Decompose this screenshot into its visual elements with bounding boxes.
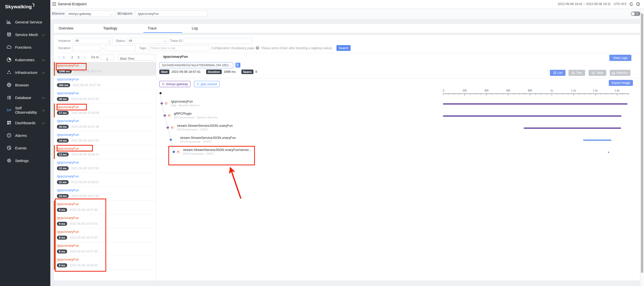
sidebar-item-alarms[interactable]: Alarms	[0, 129, 50, 142]
span-name[interactable]: stream.StreamServiceJSON.unaryFun	[177, 124, 233, 128]
trace-duration-badge: 8 ms	[57, 263, 67, 267]
view-mode-table-button[interactable]: Table	[589, 70, 606, 76]
chart-icon	[7, 19, 12, 24]
scrollbar-thumb[interactable]	[641, 13, 643, 273]
goto-page-input[interactable]: 1	[100, 55, 114, 60]
search-button[interactable]: Search	[336, 45, 351, 51]
span-service-dot[interactable]	[167, 126, 169, 129]
trace-list-item[interactable]: /grpc/unaryFun9 ms2022-05-08 18:57:46	[54, 201, 156, 214]
instance-select[interactable]: All	[73, 38, 113, 44]
sidebar-item-browser[interactable]: Browser	[0, 79, 50, 91]
refresh-icon[interactable]	[629, 2, 633, 6]
view-logs-button[interactable]: View Logs	[609, 55, 631, 61]
trace-list-item[interactable]: /grpc/unaryFun8 ms2022-05-08 18:57:50	[54, 242, 156, 256]
prev-page-button[interactable]: <	[58, 55, 60, 59]
trace-list-item[interactable]: /grpc/unaryFun12 ms2022-05-08 18:57:52	[54, 159, 156, 173]
trace-duration-badge: 40 ms	[57, 97, 69, 101]
sidebar-item-kubernetes[interactable]: Kubernetes	[0, 53, 50, 66]
tab-log[interactable]: Log	[192, 24, 198, 33]
sidebar-item-database[interactable]: Database	[0, 91, 50, 104]
trace-list-item[interactable]: /grpc/unaryFun13 ms2022-05-08 18:58:14	[54, 145, 156, 159]
tags-input[interactable]: Please input a tag	[148, 45, 209, 51]
span-name[interactable]: /grpc/unaryFun	[171, 100, 193, 103]
span-layer-component: RPCFramework - GRPC	[183, 152, 214, 155]
tab-overview[interactable]: Overview	[59, 24, 73, 33]
view-mode-list-button[interactable]: List	[550, 70, 565, 76]
view-mode-tree-button[interactable]: Tree	[569, 70, 585, 76]
duration-min-input[interactable]	[72, 45, 101, 51]
service-select[interactable]: shenyu-gateway	[65, 11, 115, 17]
view-mode-statistics-button[interactable]: Statistics	[610, 70, 630, 76]
span-service-dot[interactable]	[164, 114, 166, 117]
vertical-scrollbar[interactable]	[640, 8, 644, 286]
trace-list-item[interactable]: /grpc/unaryFun40 ms2022-05-08 18:57:54	[54, 90, 156, 104]
span-service-dot[interactable]	[170, 139, 172, 141]
help-icon[interactable]: ?	[256, 46, 259, 50]
span-duration-bar[interactable]	[608, 152, 609, 153]
trace-list-item[interactable]: /grpc/unaryFun16 ms2022-05-08 18:57:48	[54, 117, 156, 131]
trace-start-time: 2022-05-08 18:57:58	[71, 194, 99, 198]
tab-topology[interactable]: Topology	[103, 24, 117, 33]
trace-start-time: 2022-05-08 18:57:54	[69, 222, 97, 226]
timezone[interactable]: UTC+8:0	[614, 2, 626, 6]
span-name[interactable]: gRPCPlugin	[174, 112, 192, 115]
trace-list-item[interactable]: /grpc/unaryFun8 ms2022-05-08 18:57:50	[54, 228, 156, 242]
span-duration-bar[interactable]	[443, 115, 621, 117]
endpoint-input[interactable]: /grpc/unaryFun	[135, 11, 207, 17]
sidebar-item-dashboards[interactable]: Dashboards	[0, 116, 50, 129]
trace-list-item[interactable]: /grpc/unaryFun165 ms2022-05-08 18:57:44	[54, 76, 156, 90]
sidebar-item-settings[interactable]: Settings	[0, 154, 50, 167]
spans-badge: Spans	[241, 70, 254, 74]
span-service-dot[interactable]	[173, 151, 175, 153]
duration-max-input[interactable]	[106, 45, 136, 51]
sidebar-item-label: Self Observability	[15, 106, 42, 114]
trace-list-item[interactable]: /grpc/unaryFun17 ms2022-05-08 18:58:04	[54, 104, 156, 117]
sort-select[interactable]: Start Time	[118, 54, 155, 61]
trace-list-item[interactable]: /grpc/unaryFun14 ms2022-05-08 18:57:57	[54, 131, 156, 145]
top-header-bar: General-Endpoint 2022-05-08 18:41 ~ 2022…	[50, 0, 644, 8]
page-2-button[interactable]: 2	[71, 55, 73, 59]
sidebar-item-general-service[interactable]: General Service	[0, 16, 50, 28]
legend-service-shenyu-gateway[interactable]: shenyu-gateway	[159, 81, 191, 87]
span-duration-bar[interactable]	[583, 140, 611, 141]
sidebar-item-self-observability[interactable]: SwSelf Observability	[0, 104, 50, 116]
sidebar-item-service-mesh[interactable]: Service Mesh	[0, 28, 50, 41]
sidebar-item-functions[interactable]: Functions	[0, 41, 50, 53]
page-1-button[interactable]: 1	[63, 55, 65, 59]
trace-id-input[interactable]	[184, 38, 252, 44]
export-image-button[interactable]: Export image	[609, 80, 633, 86]
trace-list-item[interactable]: /grpc/unaryFun9 ms2022-05-08 18:57:54	[54, 214, 156, 228]
collapse-sidebar-icon[interactable]	[52, 2, 56, 6]
span-duration-bar[interactable]	[443, 103, 628, 105]
next-page-button[interactable]: >	[84, 55, 86, 59]
page-3-button[interactable]: 3	[78, 55, 79, 59]
status-select[interactable]: All	[126, 38, 168, 44]
copy-trace-id-icon[interactable]	[236, 63, 240, 68]
database-icon	[7, 95, 12, 100]
sidebar-item-events[interactable]: Events	[0, 142, 50, 154]
trace-endpoint: /grpc/unaryFun	[57, 77, 79, 81]
trace-list-item[interactable]: /grpc/unaryFun10 ms2022-05-08 18:57:58	[54, 187, 156, 201]
span-name[interactable]: stream.StreamServiceJSON.unaryFun	[180, 136, 236, 140]
vocabulary-link[interactable]: Configuration Vocabulary page	[211, 46, 254, 50]
trace-list-item[interactable]: /grpc/unaryFun8 ms2022-05-08 18:58:00	[54, 256, 156, 270]
version-toggle[interactable]: V	[631, 12, 640, 16]
time-range[interactable]: 2022-05-08 18:41 ~ 2022-05-08 19:11	[558, 2, 611, 6]
info-icon[interactable]	[636, 2, 640, 6]
endpoint-label: $Endpoint	[118, 12, 132, 15]
legend-service-grpc-service[interactable]: grpc-service	[194, 81, 220, 87]
span-name[interactable]: stream.StreamServiceJSON.unaryFun/server…	[183, 148, 251, 152]
sidebar-item-label: Browser	[15, 83, 29, 87]
trace-list-item[interactable]: /grpc/unaryFun11 ms2022-05-08 18:58:02	[54, 173, 156, 187]
sidebar-menu: General ServiceService MeshFunctionsKube…	[0, 16, 50, 167]
trace-id-select[interactable]: 1bc04d9244d349c0a74a14709349584e.294.165…	[159, 62, 233, 68]
chevron-down-icon	[229, 64, 231, 67]
span-duration-bar[interactable]	[524, 128, 621, 129]
tab-trace[interactable]: Trace	[148, 24, 157, 33]
sidebar-item-infrastructure[interactable]: Infrastructure	[0, 66, 50, 79]
timeline-tick-label: 400	[484, 89, 489, 92]
span-service-dot[interactable]	[161, 102, 163, 105]
trace-list-item[interactable]: /grpc/unaryFun1696 ms2022-05-08 18:57:41	[54, 62, 156, 76]
sw-icon: Sw	[7, 108, 12, 113]
alert-icon	[7, 133, 12, 138]
